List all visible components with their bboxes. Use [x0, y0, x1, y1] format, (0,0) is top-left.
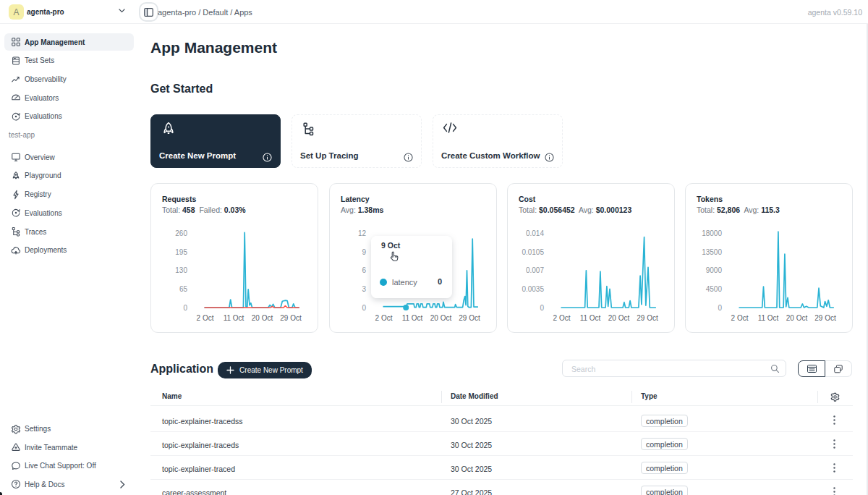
- svg-text:11 Oct: 11 Oct: [402, 314, 423, 322]
- svg-text:2 Oct: 2 Oct: [197, 314, 214, 322]
- svg-text:65: 65: [179, 285, 188, 293]
- svg-text:3: 3: [362, 285, 366, 293]
- svg-text:29 Oct: 29 Oct: [637, 314, 658, 322]
- svg-text:20 Oct: 20 Oct: [608, 314, 630, 322]
- svg-text:20 Oct: 20 Oct: [430, 314, 452, 322]
- svg-text:11 Oct: 11 Oct: [758, 314, 779, 322]
- svg-text:2 Oct: 2 Oct: [553, 314, 571, 322]
- svg-text:4500: 4500: [706, 285, 723, 293]
- svg-text:195: 195: [175, 248, 187, 256]
- svg-text:260: 260: [175, 229, 187, 237]
- svg-text:130: 130: [175, 266, 187, 274]
- svg-text:29 Oct: 29 Oct: [814, 314, 836, 322]
- svg-text:18000: 18000: [702, 229, 722, 237]
- svg-text:0.007: 0.007: [526, 266, 544, 274]
- svg-text:0.014: 0.014: [526, 229, 544, 237]
- svg-text:0: 0: [183, 304, 187, 312]
- svg-text:2 Oct: 2 Oct: [731, 314, 749, 322]
- svg-text:9000: 9000: [706, 266, 723, 274]
- svg-text:2 Oct: 2 Oct: [375, 314, 393, 322]
- svg-text:29 Oct: 29 Oct: [459, 314, 480, 322]
- svg-text:13500: 13500: [702, 248, 722, 256]
- svg-text:0.0105: 0.0105: [522, 248, 544, 256]
- svg-text:11 Oct: 11 Oct: [224, 314, 244, 322]
- svg-text:0: 0: [718, 304, 722, 312]
- svg-text:0: 0: [362, 304, 366, 312]
- svg-text:11 Oct: 11 Oct: [580, 314, 601, 322]
- svg-text:29 Oct: 29 Oct: [280, 314, 302, 322]
- svg-text:0.0035: 0.0035: [522, 285, 544, 293]
- svg-text:9: 9: [362, 248, 366, 256]
- svg-text:6: 6: [362, 266, 366, 274]
- svg-text:12: 12: [358, 229, 367, 237]
- svg-text:20 Oct: 20 Oct: [252, 314, 273, 322]
- svg-text:20 Oct: 20 Oct: [786, 314, 808, 322]
- svg-text:0: 0: [540, 304, 544, 312]
